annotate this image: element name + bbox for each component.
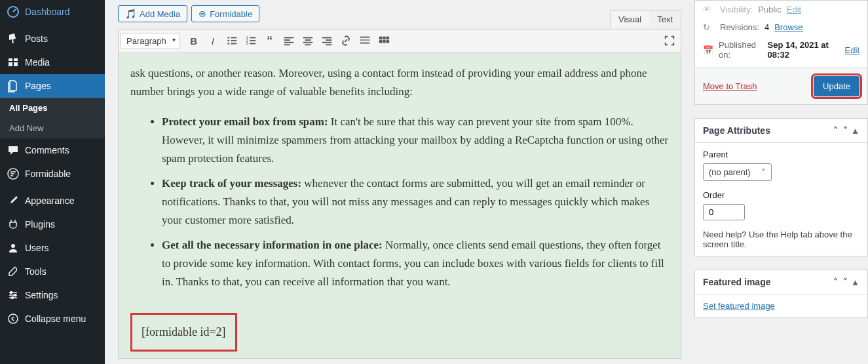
calendar-icon: 📅 [703,45,713,55]
featured-image-title: Featured image [703,277,770,287]
sidebar-item-posts[interactable]: Posts [0,27,105,51]
sidebar-item-label: Posts [25,33,48,44]
move-to-trash-link[interactable]: Move to Trash [703,81,757,91]
sidebar-item-media[interactable]: Media [0,51,105,74]
media-icon [7,56,20,69]
bullet-item: Protect your email box from spam: It can… [162,113,669,168]
sidebar-item-dashboard[interactable]: Dashboard [0,0,105,24]
page-attr-help-text: Need help? Use the Help tab above the sc… [703,230,859,249]
visibility-label: Visibility: [720,5,753,14]
parent-select[interactable]: (no parent) ˅ [703,163,772,181]
revisions-browse-link[interactable]: Browse [774,22,802,32]
bold-tool[interactable]: B [185,31,203,50]
pin-icon [7,32,20,45]
revisions-label: Revisions: [720,22,759,32]
fullscreen-tool[interactable] [660,31,679,50]
format-dropdown[interactable]: Paragraph [121,33,180,49]
sidebar-submenu-pages: All Pages Add New [0,98,105,138]
bullet-list-tool[interactable] [223,31,241,50]
order-input[interactable] [703,204,745,220]
revisions-row: ↻ Revisions: 4 Browse [703,18,859,36]
ordered-list-tool[interactable]: 123 [242,31,260,50]
sidebar-item-label: Appearance [25,195,75,206]
svg-rect-8 [231,37,236,39]
intro-paragraph: ask questions, or another reason. Moreov… [130,64,669,101]
svg-rect-38 [379,40,383,43]
comment-icon [7,144,20,157]
set-featured-image-link[interactable]: Set featured image [703,301,775,311]
svg-rect-36 [383,37,386,40]
editor-content[interactable]: ask questions, or another reason. Moreov… [119,52,681,358]
metabox-move-up-icon[interactable]: ˄ [831,277,840,287]
update-button[interactable]: Update [814,76,859,96]
link-tool[interactable] [337,31,355,50]
media-glyph-icon: 🎵 [125,9,136,19]
formidable-icon [7,167,20,180]
brush-icon [7,194,20,207]
sidebar-item-label: Formidable [25,169,71,179]
sidebar-item-pages[interactable]: Pages [0,74,105,98]
editor-toolbar: Paragraph B I 123 “ [119,30,681,52]
plug-icon [7,218,20,231]
svg-rect-18 [250,43,255,45]
visibility-icon: 👁 [703,5,715,14]
metabox-move-down-icon[interactable]: ˅ [841,125,850,136]
toolbar-toggle-tool[interactable] [375,31,393,50]
sidebar-item-formidable[interactable]: Formidable [0,162,105,186]
sidebar-item-appearance[interactable]: Appearance [0,189,105,212]
svg-rect-34 [360,43,369,44]
add-media-label: Add Media [140,9,180,19]
sidebar-item-tools[interactable]: Tools [0,260,105,283]
sidebar-item-label: Media [25,57,50,68]
add-media-button[interactable]: 🎵Add Media [118,5,187,22]
formidable-button[interactable]: ⊜Formidable [191,5,259,22]
visibility-value: Public [758,5,781,14]
sidebar-item-comments[interactable]: Comments [0,138,105,162]
quote-tool[interactable]: “ [261,31,279,50]
bullet-bold: Protect your email box from spam: [162,115,328,128]
sidebar-item-users[interactable]: Users [0,236,105,260]
svg-rect-37 [386,37,389,40]
published-value: Sep 14, 2021 at 08:32 [768,40,840,60]
revisions-icon: ↻ [703,22,715,32]
bullet-item: Keep track of your messages: whenever th… [162,174,669,230]
page-attributes-title: Page Attributes [703,125,770,136]
svg-rect-21 [284,42,293,43]
bullet-bold: Keep track of your messages: [162,177,301,190]
sidebar-sub-addnew[interactable]: Add New [0,118,105,138]
published-edit-link[interactable]: Edit [845,45,859,55]
formidable-glyph-icon: ⊜ [198,9,206,19]
sidebar-item-label: Settings [25,290,58,300]
sliders-icon [7,289,20,302]
metabox-move-down-icon[interactable]: ˅ [841,277,850,287]
sidebar-item-collapse[interactable]: Collapse menu [0,307,105,331]
admin-sidebar: Dashboard Posts Media Pages All Pages Ad… [0,0,105,364]
italic-tool[interactable]: I [204,31,222,50]
svg-point-4 [14,294,16,296]
user-icon [7,241,20,254]
svg-point-6 [9,314,18,323]
svg-rect-24 [305,39,311,41]
align-center-tool[interactable] [299,31,317,50]
sidebar-item-label: Dashboard [25,7,70,17]
readmore-tool[interactable] [356,31,374,50]
sidebar-item-label: Comments [25,145,69,155]
metabox-move-up-icon[interactable]: ˄ [831,125,840,136]
metabox-toggle-icon[interactable]: ▴ [851,277,859,287]
tab-text[interactable]: Text [649,11,681,28]
svg-rect-30 [326,44,331,45]
sidebar-item-plugins[interactable]: Plugins [0,212,105,236]
visibility-edit-link[interactable]: Edit [787,5,801,14]
chevron-down-icon: ˅ [761,167,766,177]
tab-visual[interactable]: Visual [611,11,649,28]
align-left-tool[interactable] [280,31,298,50]
svg-rect-10 [231,40,236,41]
sidebar-item-settings[interactable]: Settings [0,283,105,307]
svg-rect-22 [284,44,290,45]
svg-rect-40 [386,40,389,43]
metabox-toggle-icon[interactable]: ▴ [851,125,859,136]
align-right-tool[interactable] [318,31,336,50]
sidebar-sub-allpages[interactable]: All Pages [0,98,105,118]
svg-point-2 [11,244,15,248]
publish-metabox: 👁 Visibility: Public Edit ↻ Revisions: 4… [694,0,868,105]
